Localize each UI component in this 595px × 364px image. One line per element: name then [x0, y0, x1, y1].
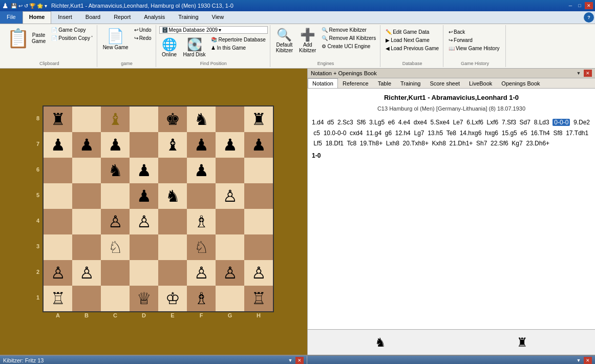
tab-board[interactable]: Board — [79, 11, 107, 24]
tab-home[interactable]: Home — [23, 11, 52, 24]
board-cell-g7[interactable]: ♟ — [216, 132, 244, 158]
board-cell-h3[interactable] — [244, 234, 273, 260]
board-cell-g1[interactable] — [216, 286, 244, 311]
board-cell-a8[interactable]: ♜ — [44, 106, 72, 132]
board-cell-f6[interactable]: ♟ — [187, 158, 216, 183]
board-cell-a3[interactable] — [44, 234, 72, 260]
notation-close-button[interactable]: ✕ — [584, 70, 592, 77]
chess-board[interactable]: ♜ ♝ ♚ ♞ ♜ ♟ ♟ ♟ ♝ ♟ ♟ ♟ ♞ — [42, 105, 274, 312]
redo-button[interactable]: ↪ Redo — [132, 34, 154, 42]
board-cell-b2[interactable]: ♙ — [72, 260, 101, 286]
board-cell-d1[interactable]: ♕ — [130, 286, 158, 311]
board-cell-d3[interactable] — [130, 234, 158, 260]
repertoire-button[interactable]: 📚 Repertoire Database — [209, 36, 267, 44]
board-cell-h1[interactable]: ♖ — [244, 286, 273, 311]
ref-collapse-button[interactable]: ▼ — [575, 357, 583, 364]
board-cell-g2[interactable]: ♙ — [216, 260, 244, 286]
tab-table[interactable]: Table — [373, 78, 396, 88]
board-cell-f2[interactable]: ♙ — [187, 260, 216, 286]
board-cell-a2[interactable]: ♙ — [44, 260, 72, 286]
board-cell-h4[interactable] — [244, 209, 273, 234]
tab-insert[interactable]: Insert — [51, 11, 79, 24]
tab-reference[interactable]: Reference — [338, 78, 373, 88]
board-cell-h7[interactable]: ♟ — [244, 132, 273, 158]
board-cell-d2[interactable] — [130, 260, 158, 286]
board-cell-c4[interactable]: ♙ — [101, 209, 130, 234]
view-history-button[interactable]: 📖 View Game History — [447, 45, 503, 52]
copy-position-button[interactable]: 📄 Position Copy ' — [49, 34, 94, 42]
ref-close-button[interactable]: ✕ — [584, 357, 592, 364]
tab-scoresheet[interactable]: Score sheet — [425, 78, 464, 88]
board-cell-e1[interactable]: ♔ — [158, 286, 187, 311]
board-cell-f1[interactable]: ♗ — [187, 286, 216, 311]
board-cell-b6[interactable] — [72, 158, 101, 183]
board-cell-b4[interactable] — [72, 209, 101, 234]
board-cell-f8[interactable]: ♞ — [187, 106, 216, 132]
board-cell-f4[interactable]: ♗ — [187, 209, 216, 234]
kibitzer-close-button[interactable]: ✕ — [295, 357, 304, 364]
board-cell-b3[interactable] — [72, 234, 101, 260]
kibitzer-collapse-button[interactable]: ▼ — [286, 357, 294, 364]
board-cell-d8[interactable] — [130, 106, 158, 132]
remove-kibitzer-button[interactable]: 🔍 Remove Kibitzer — [320, 26, 378, 34]
notation-collapse-button[interactable]: ▼ — [575, 70, 583, 77]
add-kibitzer-button[interactable]: ➕ AddKibitzer — [296, 26, 318, 55]
board-cell-h2[interactable]: ♙ — [244, 260, 273, 286]
board-cell-c1[interactable] — [101, 286, 130, 311]
ribbon-help-button[interactable]: ? — [584, 12, 594, 23]
board-cell-c5[interactable] — [101, 183, 130, 209]
default-kibitzer-button[interactable]: 🔍 DefaultKibitzer — [273, 26, 295, 55]
board-cell-c8[interactable]: ♝ — [101, 106, 130, 132]
board-cell-e6[interactable] — [158, 158, 187, 183]
board-cell-e4[interactable] — [158, 209, 187, 234]
back-button[interactable]: ↩ Back — [447, 28, 503, 36]
board-cell-e3[interactable] — [158, 234, 187, 260]
board-cell-c3[interactable]: ♘ — [101, 234, 130, 260]
tab-analysis[interactable]: Analysis — [137, 11, 172, 24]
maximize-button[interactable]: □ — [576, 2, 584, 9]
board-cell-b5[interactable] — [72, 183, 101, 209]
board-cell-c7[interactable]: ♟ — [101, 132, 130, 158]
paste-game-button[interactable]: 📋 PasteGame — [4, 26, 48, 51]
board-cell-c2[interactable] — [101, 260, 130, 286]
board-cell-h8[interactable]: ♜ — [244, 106, 273, 132]
board-cell-f7[interactable]: ♟ — [187, 132, 216, 158]
board-cell-b7[interactable]: ♟ — [72, 132, 101, 158]
board-cell-e8[interactable]: ♚ — [158, 106, 187, 132]
board-cell-d6[interactable]: ♟ — [130, 158, 158, 183]
board-cell-h6[interactable] — [244, 158, 273, 183]
hard-disk-button[interactable]: 💽 Hard Disk — [181, 36, 208, 59]
board-cell-a4[interactable] — [44, 209, 72, 234]
board-cell-g8[interactable] — [216, 106, 244, 132]
undo-button[interactable]: ↩ Undo — [132, 26, 154, 34]
tab-notation[interactable]: Notation — [308, 78, 338, 88]
board-cell-a6[interactable] — [44, 158, 72, 183]
board-cell-b1[interactable] — [72, 286, 101, 311]
online-button[interactable]: 🌐 Online — [159, 36, 180, 59]
board-cell-b8[interactable] — [72, 106, 101, 132]
board-cell-c6[interactable]: ♞ — [101, 158, 130, 183]
board-cell-e5[interactable]: ♞ — [158, 183, 187, 209]
board-cell-h5[interactable] — [244, 183, 273, 209]
board-cell-e7[interactable]: ♝ — [158, 132, 187, 158]
remove-all-button[interactable]: 🔍 Remove All Kibitzers — [320, 34, 378, 42]
in-this-game-button[interactable]: ♟ In this Game — [209, 44, 267, 52]
close-button[interactable]: ✕ — [585, 2, 593, 9]
tab-openings[interactable]: Openings Book — [497, 78, 544, 88]
board-cell-g6[interactable] — [216, 158, 244, 183]
board-cell-a1[interactable]: ♖ — [44, 286, 72, 311]
tab-training[interactable]: Training — [396, 78, 425, 88]
load-prev-button[interactable]: ◀ Load Previous Game — [384, 45, 441, 52]
board-cell-f5[interactable] — [187, 183, 216, 209]
board-cell-g5[interactable]: ♙ — [216, 183, 244, 209]
tab-training[interactable]: Training — [172, 11, 205, 24]
edit-game-data-button[interactable]: ✏️ Edit Game Data — [384, 28, 441, 36]
create-uci-button[interactable]: ⚙ Create UCI Engine — [320, 42, 378, 50]
board-cell-a7[interactable]: ♟ — [44, 132, 72, 158]
tab-report[interactable]: Report — [107, 11, 137, 24]
board-cell-g4[interactable] — [216, 209, 244, 234]
board-cell-d5[interactable]: ♟ — [130, 183, 158, 209]
board-cell-g3[interactable] — [216, 234, 244, 260]
load-next-button[interactable]: ▶ Load Next Game — [384, 36, 441, 44]
tab-file[interactable]: File — [0, 11, 23, 24]
